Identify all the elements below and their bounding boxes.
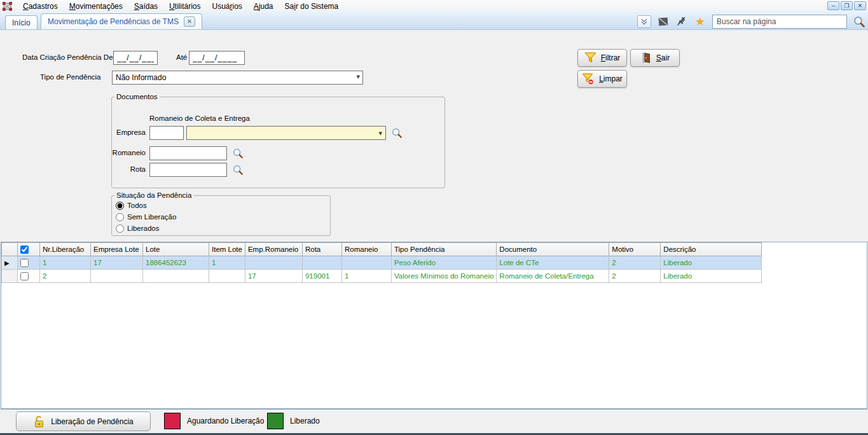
cell-nr-liberacao: 1: [40, 256, 91, 270]
col-descricao[interactable]: Descrição: [661, 243, 762, 256]
col-item-lote[interactable]: Item Lote: [209, 243, 245, 256]
row-checkbox[interactable]: [20, 259, 29, 267]
cell-item-lote: 1: [209, 256, 245, 270]
search-icon: [232, 164, 244, 176]
star-icon: ★: [695, 16, 705, 27]
tipo-pendencia-select[interactable]: Não Informado: [112, 71, 363, 85]
rota-row: Rota: [149, 163, 277, 177]
empresa-label: Empresa: [116, 128, 146, 136]
radio-liberados[interactable]: [116, 224, 124, 233]
legend-aguardando-label: Aguardando Liberação: [187, 417, 264, 425]
cell-documento: Lote de CTe: [497, 256, 609, 270]
menu-sair-do-sistema[interactable]: Sair do Sistema: [279, 1, 345, 11]
liberacao-pendencia-button[interactable]: Liberação de Pendência: [16, 411, 151, 431]
table-row[interactable]: 2 17 919001 1 Valores Mínimos do Romanei…: [2, 270, 762, 283]
empresa-search-button[interactable]: [391, 127, 403, 139]
sair-label: Sair: [656, 53, 670, 62]
tab-list-dropdown-button[interactable]: [637, 15, 651, 28]
legend-aguardando: Aguardando Liberação: [164, 413, 264, 429]
rota-search-button[interactable]: [232, 164, 244, 176]
tipo-pendencia-row: Tipo de Pendência Não Informado ▾: [0, 71, 868, 86]
cell-descricao: Liberado: [661, 270, 762, 283]
select-all-checkbox[interactable]: [20, 245, 29, 254]
close-button[interactable]: ✕: [854, 1, 866, 10]
filtrar-button[interactable]: Filtrar: [577, 49, 627, 67]
romaneio-coleta-entrega-label: Romaneio de Coleta e Entrega: [149, 114, 250, 122]
date-filter-label: Data Criação Pendência De: [22, 53, 113, 61]
menu-usuarios[interactable]: Usuários: [206, 1, 247, 11]
tab-bar: Início Movimentação de Pendências de TMS…: [0, 12, 868, 30]
row-checkbox-cell: [18, 270, 40, 283]
legend-color-aguardando: [164, 413, 181, 429]
row-checkbox[interactable]: [20, 272, 29, 280]
rota-input[interactable]: [149, 163, 227, 177]
menu-cadastros[interactable]: Cadastros: [17, 1, 64, 11]
date-filter-row: Data Criação Pendência De Até: [0, 51, 868, 66]
col-documento[interactable]: Documento: [497, 243, 609, 256]
grid-header-row: Nr.Liberação Empresa Lote Lote Item Lote…: [2, 243, 762, 256]
romaneio-search-button[interactable]: [232, 148, 244, 159]
search-input[interactable]: [712, 15, 847, 29]
tipo-pendencia-label: Tipo de Pendência: [40, 73, 100, 81]
col-lote[interactable]: Lote: [143, 243, 209, 256]
menu-utilitarios[interactable]: Utilitários: [163, 1, 206, 11]
chevron-double-down-icon: [640, 18, 648, 25]
menu-movimentacoes[interactable]: Movimentações: [64, 1, 128, 11]
situacao-groupbox: Situação da Pendência Todos Sem Liberaçã…: [111, 191, 331, 236]
col-tipo-pendencia[interactable]: Tipo Pendência: [391, 243, 496, 256]
legend-color-liberado: [267, 413, 284, 429]
search-icon: [391, 127, 403, 139]
col-motivo[interactable]: Motivo: [609, 243, 661, 256]
col-emp-romaneio[interactable]: Emp.Romaneio: [245, 243, 302, 256]
radio-sem-liberacao[interactable]: [116, 213, 124, 221]
tab-active-label: Movimentação de Pendências de TMS: [48, 17, 179, 26]
empresa-code-input[interactable]: [149, 126, 184, 140]
tab-inicio-label: Início: [12, 18, 31, 27]
col-nr-liberacao[interactable]: Nr.Liberação: [40, 243, 91, 256]
window-controls: – ❐ ✕: [827, 1, 866, 10]
empresa-row: Empresa ▾: [149, 126, 442, 140]
cell-motivo: 2: [609, 270, 661, 283]
cell-tipo-pendencia: Valores Mínimos do Romaneio: [391, 270, 496, 283]
menu-ajuda[interactable]: Ajuda: [248, 1, 279, 11]
tab-inicio[interactable]: Início: [5, 15, 38, 29]
radio-todos[interactable]: [116, 202, 124, 210]
date-from-input[interactable]: [113, 51, 158, 65]
romaneio-input[interactable]: [149, 146, 227, 160]
col-empresa-lote[interactable]: Empresa Lote: [91, 243, 143, 256]
table-row[interactable]: ▶ 1 17 1886452623 1 Peso Aferido Lote de…: [2, 256, 762, 270]
radio-row-sem-liberacao: Sem Liberação: [116, 212, 330, 222]
col-rota[interactable]: Rota: [302, 243, 341, 256]
radio-row-todos: Todos: [116, 200, 330, 211]
legend-liberado: Liberado: [267, 413, 320, 429]
pendencias-grid: Nr.Liberação Empresa Lote Lote Item Lote…: [1, 242, 867, 410]
legend-liberado-label: Liberado: [290, 417, 320, 425]
cell-motivo: 2: [609, 256, 661, 270]
restore-button[interactable]: ❐: [841, 1, 853, 10]
empresa-combo[interactable]: ▾: [186, 126, 386, 140]
radio-todos-label: Todos: [127, 202, 147, 209]
select-all-header: [18, 243, 40, 256]
unpin-button[interactable]: [675, 15, 688, 28]
date-to-label: Até: [176, 53, 187, 61]
date-to-input[interactable]: [189, 51, 245, 65]
menu-saidas[interactable]: Saídas: [128, 1, 163, 11]
pin-slash-icon: [676, 16, 687, 27]
tipo-pendencia-select-wrap: Não Informado ▾: [112, 71, 363, 85]
filter-icon: [584, 52, 596, 64]
chevron-down-icon: ▾: [378, 129, 382, 137]
tab-movimentacao-pendencias[interactable]: Movimentação de Pendências de TMS ✕: [41, 13, 202, 29]
screenshot-disabled-button[interactable]: [657, 15, 670, 28]
cell-documento: Romaneio de Coleta/Entrega: [497, 270, 609, 283]
search-button[interactable]: [853, 15, 865, 28]
favorites-button[interactable]: ★: [694, 15, 706, 28]
no-image-icon: [658, 16, 669, 27]
cell-descricao: Liberado: [661, 256, 762, 270]
cell-rota: [302, 256, 341, 270]
cell-emp-romaneio: 17: [245, 270, 302, 283]
tab-close-icon[interactable]: ✕: [184, 17, 195, 27]
sair-button[interactable]: Sair: [630, 49, 680, 67]
col-romaneio[interactable]: Romaneio: [341, 243, 391, 256]
minimize-button[interactable]: –: [827, 1, 839, 10]
padlock-icon: [33, 415, 45, 428]
